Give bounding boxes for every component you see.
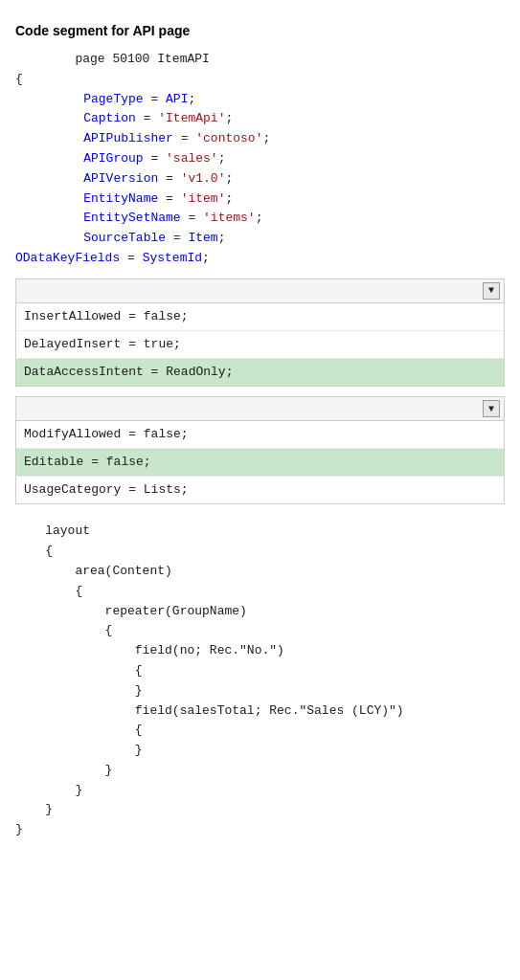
layout-field-no-close: } <box>15 681 505 702</box>
code-block: page 50100 ItemAPI { PageType = API; Cap… <box>0 50 520 269</box>
code-line-sourcetable: SourceTable = Item; <box>15 229 505 249</box>
layout-open: { <box>15 542 505 562</box>
code-line-entitysetname: EntitySetName = 'items'; <box>15 209 505 229</box>
layout-close: } <box>15 800 505 820</box>
layout-area: area(Content) <box>15 562 505 582</box>
layout-keyword: layout <box>15 522 505 542</box>
code-line-caption: Caption = 'ItemApi'; <box>15 109 505 129</box>
code-line-apipublisher: APIPublisher = 'contoso'; <box>15 129 505 149</box>
dropdown-1-row-1: InsertAllowed = false; <box>16 303 504 331</box>
dropdown-2-row-2: Editable = false; <box>16 449 504 477</box>
dropdown-2-row-1: ModifyAllowed = false; <box>16 421 504 449</box>
layout-field-no-open: { <box>15 661 505 681</box>
code-line-entityname: EntityName = 'item'; <box>15 189 505 210</box>
layout-field-no: field(no; Rec."No.") <box>15 641 505 661</box>
code-line-odatakeyfields: ODataKeyFields = SystemId; <box>15 249 505 269</box>
dropdown-1-row-3: DataAccessIntent = ReadOnly; <box>16 359 504 386</box>
layout-area-open: { <box>15 582 505 602</box>
page-declaration: page 50100 ItemAPI <box>15 50 505 70</box>
layout-field-sales-open: { <box>15 721 505 741</box>
layout-repeater-close: } <box>15 761 505 781</box>
dropdown-2[interactable]: ▼ ModifyAllowed = false; Editable = fals… <box>15 396 505 504</box>
outer-close-brace: } <box>15 820 505 840</box>
layout-repeater-open: { <box>15 621 505 641</box>
layout-field-sales-close: } <box>15 741 505 761</box>
dropdown-1-header[interactable]: ▼ <box>16 279 504 303</box>
layout-repeater: repeater(GroupName) <box>15 602 505 622</box>
dropdown-1[interactable]: ▼ InsertAllowed = false; DelayedInsert =… <box>15 278 505 387</box>
code-line-pagetype: PageType = API; <box>15 90 505 110</box>
layout-area-close: } <box>15 781 505 801</box>
dropdown-2-row-3: UsageCategory = Lists; <box>16 477 504 503</box>
open-brace: { <box>15 70 505 90</box>
code-line-apigroup: APIGroup = 'sales'; <box>15 149 505 169</box>
dropdown-1-row-2: DelayedInsert = true; <box>16 331 504 359</box>
dropdown-2-arrow[interactable]: ▼ <box>483 400 500 417</box>
dropdown-2-header[interactable]: ▼ <box>16 397 504 421</box>
layout-field-sales: field(salesTotal; Rec."Sales (LCY)") <box>15 702 505 722</box>
code-line-apiversion: APIVersion = 'v1.0'; <box>15 169 505 189</box>
layout-section: layout { area(Content) { repeater(GroupN… <box>0 514 520 840</box>
dropdown-1-arrow[interactable]: ▼ <box>483 282 500 300</box>
page-title: Code segment for API page <box>0 15 520 50</box>
